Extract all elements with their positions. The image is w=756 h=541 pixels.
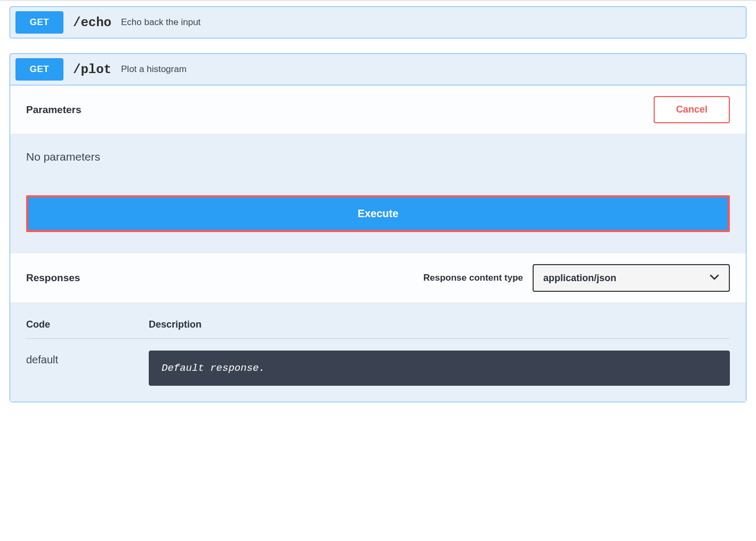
parameters-title: Parameters bbox=[26, 104, 82, 116]
parameters-header: Parameters Cancel bbox=[10, 85, 746, 134]
response-code-value: default bbox=[26, 351, 149, 366]
no-parameters-text: No parameters bbox=[26, 150, 730, 163]
column-header-description: Description bbox=[149, 319, 730, 330]
endpoint-summary-text: Plot a histogram bbox=[121, 64, 187, 75]
parameters-body: No parameters Execute bbox=[10, 134, 746, 253]
response-description-box: Default response. bbox=[149, 351, 730, 386]
endpoint-body: Parameters Cancel No parameters Execute … bbox=[10, 85, 746, 402]
cancel-button[interactable]: Cancel bbox=[654, 96, 730, 123]
responses-body: Code Description default Default respons… bbox=[10, 303, 746, 402]
top-divider bbox=[0, 0, 756, 1]
responses-table-head: Code Description bbox=[26, 319, 730, 339]
endpoint-summary-text: Echo back the input bbox=[121, 17, 200, 28]
execute-button[interactable]: Execute bbox=[26, 195, 730, 232]
content-type-select[interactable]: application/json bbox=[533, 264, 730, 292]
content-type-label: Response content type bbox=[423, 273, 523, 283]
response-row: default Default response. bbox=[26, 351, 730, 386]
responses-title: Responses bbox=[26, 272, 80, 284]
endpoint-path: /plot bbox=[73, 62, 111, 77]
endpoint-block-plot: GET /plot Plot a histogram Parameters Ca… bbox=[10, 53, 746, 402]
content-type-wrap: Response content type application/json bbox=[423, 264, 730, 292]
endpoint-summary-plot[interactable]: GET /plot Plot a histogram bbox=[10, 54, 746, 85]
responses-header: Responses Response content type applicat… bbox=[10, 253, 746, 303]
endpoint-path: /echo bbox=[73, 15, 111, 30]
method-badge-get: GET bbox=[15, 11, 63, 34]
endpoint-summary-echo[interactable]: GET /echo Echo back the input bbox=[10, 7, 746, 38]
endpoint-block-echo: GET /echo Echo back the input bbox=[10, 6, 746, 38]
column-header-code: Code bbox=[26, 319, 149, 330]
method-badge-get: GET bbox=[15, 58, 63, 81]
